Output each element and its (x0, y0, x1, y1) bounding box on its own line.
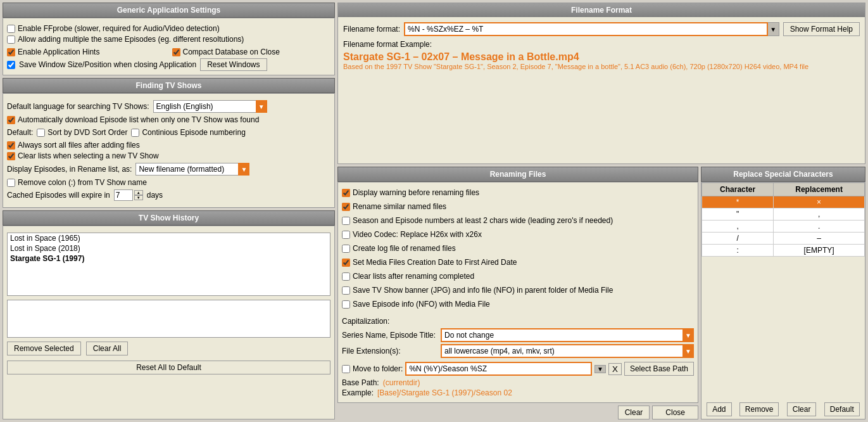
replace-row-3[interactable]: , . (702, 221, 865, 233)
replace-remove-button[interactable]: Remove (739, 402, 779, 416)
create-log-label: Create log file of renamed files (353, 244, 456, 253)
select-base-path-button[interactable]: Select Base Path (624, 362, 694, 376)
remove-selected-button[interactable]: Remove Selected (7, 342, 81, 355)
always-sort-checkbox[interactable] (7, 141, 15, 150)
char-4: / (702, 233, 774, 245)
app-hints-checkbox[interactable] (7, 48, 15, 56)
format-example-label: Filename format Example: (343, 40, 860, 49)
reset-windows-button[interactable]: Reset Windows (200, 58, 267, 71)
replacement-4: – (774, 233, 865, 245)
series-name-label: Series Name, Episode Title: (342, 331, 437, 340)
move-to-folder-checkbox[interactable] (342, 365, 350, 373)
multiple-episodes-label: Allow adding multiple the same Episodes … (18, 35, 244, 44)
filename-format-input[interactable] (404, 22, 768, 36)
series-name-select[interactable]: Do not change (441, 328, 694, 342)
set-media-date-label: Set Media Files Creation Date to First A… (353, 258, 517, 267)
base-path-label: Base Path: (342, 378, 379, 387)
replace-row-5[interactable]: : [EMPTY] (702, 245, 865, 257)
replace-default-button[interactable]: Default (824, 402, 860, 416)
compact-db-checkbox[interactable] (172, 48, 180, 56)
default-lang-label: Default language for searching TV Shows: (7, 102, 149, 111)
rename-similar-checkbox[interactable] (342, 203, 350, 211)
season-ep-width-checkbox[interactable] (342, 217, 350, 225)
move-folder-arrow[interactable]: ▼ (594, 365, 606, 373)
save-episode-nfo-checkbox[interactable] (342, 300, 350, 309)
char-col-header: Character (702, 183, 774, 196)
move-to-folder-label: Move to folder: (353, 364, 403, 373)
app-hints-label: Enable Application Hints (18, 48, 99, 56)
sort-dvd-label: Sort by DVD Sort Order (47, 128, 127, 137)
always-sort-label: Always sort all files after adding files (18, 141, 140, 150)
clear-all-button[interactable]: Clear All (86, 342, 129, 355)
multiple-episodes-checkbox[interactable] (7, 35, 15, 44)
char-3: , (702, 221, 774, 233)
char-5: : (702, 245, 774, 257)
display-episodes-select[interactable]: New filename (formatted) (135, 163, 249, 176)
spinner-down[interactable]: ▼ (134, 195, 143, 200)
cap-label: Capitalization: (342, 317, 694, 326)
finding-tv-header: Finding TV Shows (3, 78, 335, 93)
display-warning-checkbox[interactable] (342, 189, 350, 197)
clear-lists-checkbox[interactable] (7, 152, 15, 160)
save-banner-label: Save TV Show banner (JPG) and info file … (353, 286, 613, 295)
replacement-3: . (774, 221, 865, 233)
clear-lists-label: Clear lists when selecting a new TV Show (18, 151, 159, 160)
show-format-button[interactable]: Show Format Help (783, 22, 860, 36)
history-item-1[interactable]: Lost in Space (1965) (8, 233, 330, 243)
save-window-checkbox[interactable] (7, 61, 15, 69)
renaming-checkboxes: Display warning before renaming files Re… (342, 186, 694, 310)
tv-history-header: TV Show History (3, 210, 335, 226)
continuous-checkbox[interactable] (131, 129, 139, 137)
days-label: days (147, 191, 163, 200)
replacement-1: × (774, 196, 865, 208)
move-folder-clear-button[interactable]: X (608, 363, 622, 375)
cached-days-input[interactable] (114, 189, 133, 201)
default-lang-select[interactable]: English (English) (153, 100, 267, 113)
history-extra-area (7, 300, 330, 338)
example-label: Example: (342, 388, 374, 397)
continuous-label: Continious Episode numbering (142, 128, 245, 137)
history-item-2[interactable]: Lost in Space (2018) (8, 243, 330, 253)
file-ext-select[interactable]: all lowercase (mp4, avi, mkv, srt) (441, 344, 694, 358)
file-ext-label: File Extension(s): (342, 347, 437, 355)
sort-dvd-checkbox[interactable] (37, 129, 45, 137)
history-item-3[interactable]: Stargate SG-1 (1997) (8, 253, 330, 264)
example-path-value: [Base]/Stargate SG-1 (1997)/Season 02 (377, 388, 512, 397)
rename-similar-label: Rename similar named files (353, 202, 446, 211)
video-codec-label: Video Codec: Replace H26x with x26x (353, 230, 482, 239)
auto-download-checkbox[interactable] (7, 116, 15, 124)
set-media-date-checkbox[interactable] (342, 259, 350, 267)
move-to-folder-input[interactable] (405, 362, 592, 376)
reset-all-button[interactable]: Reset AIl to Default (7, 361, 330, 374)
clear-after-rename-checkbox[interactable] (342, 272, 350, 281)
save-banner-checkbox[interactable] (342, 286, 350, 295)
generic-settings-header: Generic Application Settings (3, 3, 335, 18)
replace-row-2[interactable]: " , (702, 208, 865, 221)
save-window-label: Save Window Size/Position when closing A… (19, 60, 196, 69)
char-2: " (702, 208, 774, 221)
create-log-checkbox[interactable] (342, 245, 350, 253)
char-1: * (702, 196, 774, 208)
renaming-header: Renaming Files (337, 167, 698, 182)
renaming-clear-button[interactable]: Clear (618, 406, 650, 419)
remove-colon-label: Remove colon (:) from TV Show name (18, 178, 147, 187)
filename-format-header: Filename Format (338, 3, 865, 17)
close-button[interactable]: Close (652, 406, 698, 419)
format-example-main: Stargate SG-1 – 02x07 – Message in a Bot… (343, 51, 860, 63)
replace-clear-button[interactable]: Clear (787, 402, 817, 416)
replace-row-1[interactable]: * × (702, 196, 865, 208)
replacement-col-header: Replacement (774, 183, 865, 196)
replace-add-button[interactable]: Add (707, 402, 731, 416)
history-list: Lost in Space (1965) Lost in Space (2018… (7, 233, 330, 296)
ffprobe-label: Enable FFprobe (slower, required for Aud… (18, 24, 220, 33)
format-dropdown-arrow[interactable]: ▼ (768, 22, 779, 36)
ffprobe-checkbox[interactable] (7, 25, 15, 33)
replacement-5: [EMPTY] (774, 245, 865, 257)
format-example-sub: Based on the 1997 TV Show "Stargate SG-1… (343, 63, 860, 70)
remove-colon-checkbox[interactable] (7, 179, 15, 187)
replace-row-4[interactable]: / – (702, 233, 865, 245)
spinner-up[interactable]: ▲ (134, 190, 143, 195)
season-ep-width-label: Season and Episode numbers at least 2 ch… (353, 216, 613, 225)
replacement-2: , (774, 208, 865, 221)
video-codec-checkbox[interactable] (342, 231, 350, 239)
